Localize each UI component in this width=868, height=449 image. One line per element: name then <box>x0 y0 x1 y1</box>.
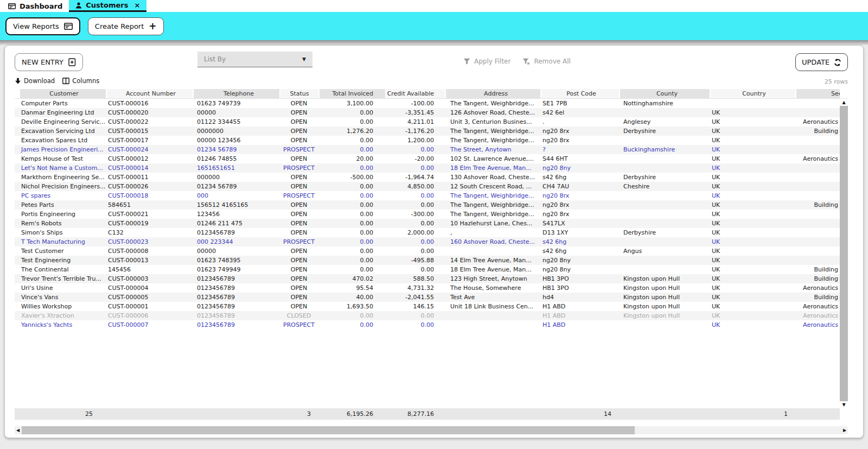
table-row[interactable]: PC spares CUST-000018 000 PROSPECT 0.00 … <box>15 191 840 200</box>
table-row[interactable]: Computer Parts CUST-000016 01623 749739 … <box>15 99 840 108</box>
header-address[interactable]: Address <box>445 89 540 98</box>
cell-telephone: 156512 4165165 <box>193 200 279 210</box>
cell-credit-available: -100.00 <box>385 99 445 108</box>
view-reports-button[interactable]: View Reports <box>5 17 80 35</box>
cell-status: PROSPECT <box>279 320 318 330</box>
table-row[interactable]: Let's Not Name a Custom... CUST-000014 1… <box>15 163 840 173</box>
cell-address: The Street, Anytown <box>445 145 540 154</box>
table-row[interactable]: Kemps House of Test CUST-000012 01246 74… <box>15 154 840 163</box>
cell-country: UK <box>710 274 795 283</box>
header-county[interactable]: County <box>619 89 710 98</box>
list-by-select[interactable]: List By ▼ <box>197 52 312 67</box>
table-row[interactable]: Xavier's Xtraction CUST-000006 012345678… <box>15 311 840 320</box>
table-row[interactable]: Petes Parts 584651 156512 4165165 OPEN 0… <box>15 200 840 210</box>
table-row[interactable]: Excavation Servicing Ltd CUST-000015 000… <box>15 127 840 136</box>
customers-panel: NEW ENTRY List By ▼ Apply Filter Remove … <box>4 45 864 438</box>
cell-credit-available: 0.00 <box>385 200 445 210</box>
scroll-down-icon[interactable]: ▼ <box>840 401 848 408</box>
table-row[interactable]: Yannicks's Yachts CUST-000007 0123456789… <box>15 320 840 330</box>
table-row[interactable]: Test Customer CUST-000008 00000 OPEN 0.0… <box>15 246 840 256</box>
new-entry-button[interactable]: NEW ENTRY <box>15 53 83 71</box>
cell-total-invoiced: 0.00 <box>318 117 385 127</box>
cell-status: OPEN <box>279 117 318 127</box>
cell-address <box>445 311 540 320</box>
table-row[interactable]: Excavation Spares Ltd CUST-000017 00000 … <box>15 136 840 145</box>
table-row[interactable]: Portis Engineering CUST-000021 123456 OP… <box>15 210 840 219</box>
cell-country: UK <box>710 182 795 191</box>
vertical-scroll-thumb[interactable] <box>840 106 848 401</box>
download-button[interactable]: Download <box>15 77 55 85</box>
table-row[interactable]: Trevor Trent's Terrible Tru... CUST-0000… <box>15 274 840 283</box>
header-country[interactable]: Country <box>710 89 795 98</box>
cell-sector <box>795 145 840 154</box>
table-row[interactable]: James Precision Engineeri... CUST-000024… <box>15 145 840 154</box>
cell-county: Kingston upon Hull <box>619 283 710 293</box>
update-button[interactable]: UPDATE <box>795 53 848 71</box>
close-icon[interactable]: × <box>135 1 141 9</box>
cell-sector <box>795 256 840 265</box>
table-row[interactable]: Deville Engineering Servic... CUST-00002… <box>15 117 840 127</box>
report-icon <box>64 23 73 30</box>
cell-credit-available: -495.88 <box>385 256 445 265</box>
table-row[interactable]: Uri's Usine CUST-000004 0123456789 OPEN … <box>15 283 840 293</box>
header-credit-available[interactable]: Credit Available <box>385 89 445 98</box>
table-row[interactable]: Danmar Engineering Ltd CUST-000020 00000… <box>15 108 840 117</box>
create-report-button[interactable]: Create Report + <box>88 17 164 35</box>
cell-post-code: s42 6hg <box>540 173 619 182</box>
header-telephone[interactable]: Telephone <box>193 89 279 98</box>
cell-account-number: CUST-000018 <box>106 191 193 200</box>
tab-dashboard[interactable]: Dashboard <box>2 0 69 12</box>
table-row[interactable]: Markthorn Engineering Se... CUST-000011 … <box>15 173 840 182</box>
cell-total-invoiced: 1,276.20 <box>318 127 385 136</box>
table-row[interactable]: The Continental 145456 01623 749949 OPEN… <box>15 265 840 274</box>
cell-address: 123 High Street, Anytown <box>445 274 540 283</box>
columns-button[interactable]: Columns <box>62 77 99 85</box>
vertical-scrollbar[interactable]: ▲ ▼ <box>840 99 848 408</box>
table-row[interactable]: Rem's Robots CUST-000019 01246 211 475 O… <box>15 219 840 228</box>
table-row[interactable]: Vince's Vans CUST-000005 0123456789 OPEN… <box>15 293 840 302</box>
scroll-left-icon[interactable]: ◀ <box>15 426 21 434</box>
header-sector[interactable]: Sector <box>795 89 840 98</box>
cell-telephone: 01246 74855 <box>193 154 279 163</box>
table-row[interactable]: Nichol Precision Engineers... CUST-00002… <box>15 182 840 191</box>
cell-sector <box>795 237 840 246</box>
horizontal-scrollbar[interactable]: ◀ ▶ <box>15 426 848 434</box>
header-account-number[interactable]: Account Number <box>106 89 193 98</box>
cell-status: OPEN <box>279 154 318 163</box>
cell-customer: Nichol Precision Engineers... <box>19 182 106 191</box>
cell-customer: Kemps House of Test <box>19 154 106 163</box>
cell-county: Derbyshire <box>619 127 710 136</box>
cell-address: Unit 18 Link Business Cen... <box>445 302 540 311</box>
cell-total-invoiced: 1,693.50 <box>318 302 385 311</box>
cell-telephone: 0123456789 <box>193 228 279 237</box>
header-customer[interactable]: Customer <box>19 89 106 98</box>
horizontal-scroll-thumb[interactable] <box>22 426 635 434</box>
funnel-icon <box>463 58 470 65</box>
table-row[interactable]: Test Engineering CUST-000013 01623 74839… <box>15 256 840 265</box>
cell-telephone: 000 223344 <box>193 237 279 246</box>
remove-all-button[interactable]: Remove All <box>522 58 570 65</box>
header-status[interactable]: Status <box>279 89 318 98</box>
scroll-up-icon[interactable]: ▲ <box>840 99 848 106</box>
cell-account-number: CUST-000007 <box>106 320 193 330</box>
cell-credit-available: -3,351.45 <box>385 108 445 117</box>
scroll-right-icon[interactable]: ▶ <box>841 426 848 434</box>
cell-county <box>619 210 710 219</box>
cell-total-invoiced: 0.00 <box>318 311 385 320</box>
cell-post-code: S44 6HT <box>540 154 619 163</box>
table-row[interactable]: T Tech Manufacturing CUST-000023 000 223… <box>15 237 840 246</box>
cell-account-number: CUST-000012 <box>106 154 193 163</box>
cell-country: UK <box>710 117 795 127</box>
tab-customers[interactable]: Customers × <box>69 0 146 12</box>
header-total-invoiced[interactable]: Total Invoiced <box>318 89 385 98</box>
cell-post-code: ? <box>540 145 619 154</box>
cell-address <box>445 246 540 256</box>
cell-customer: Deville Engineering Servic... <box>19 117 106 127</box>
cell-country: UK <box>710 173 795 182</box>
cell-credit-available: 0.00 <box>385 163 445 173</box>
table-row[interactable]: Simon's Ships C132 0123456789 OPEN 0.00 … <box>15 228 840 237</box>
cell-status: OPEN <box>279 200 318 210</box>
table-row[interactable]: Willies Workshop CUST-000001 0123456789 … <box>15 302 840 311</box>
apply-filter-button[interactable]: Apply Filter <box>463 58 510 65</box>
header-post-code[interactable]: Post Code <box>540 89 619 98</box>
